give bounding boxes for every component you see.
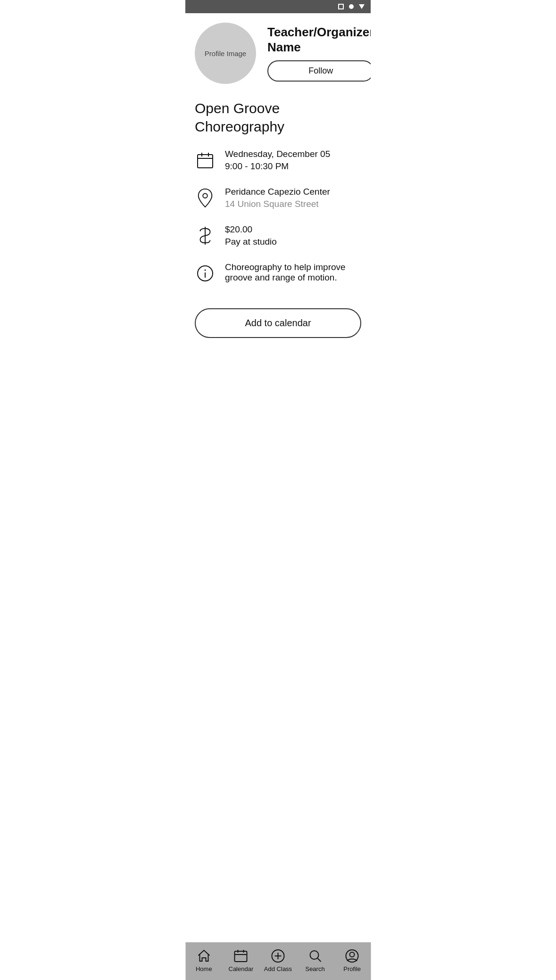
status-square-icon [338,3,344,10]
location-text: Peridance Capezio Center 14 Union Square… [225,187,330,209]
event-price: $20.00 [225,224,277,235]
add-to-calendar-button[interactable]: Add to calendar [195,308,361,338]
calendar-icon [195,150,216,171]
venue-address: 14 Union Square Street [225,199,330,209]
info-icon [195,263,216,284]
status-bar [185,0,371,13]
price-row: $20.00 Pay at studio [195,224,361,247]
event-title: Open Groove Choreography [195,99,361,136]
venue-name: Peridance Capezio Center [225,187,330,197]
datetime-row: Wednesday, December 05 9:00 - 10:30 PM [195,149,361,172]
status-circle-icon [348,3,355,10]
location-row: Peridance Capezio Center 14 Union Square… [195,187,361,209]
svg-point-4 [203,193,207,198]
event-description: Choreography to help improve groove and … [225,262,361,283]
description-text: Choreography to help improve groove and … [225,262,361,283]
svg-rect-0 [198,155,213,168]
main-content: Profile Image Teacher/Organizer Name Fol… [185,13,371,385]
payment-method: Pay at studio [225,237,277,247]
description-row: Choreography to help improve groove and … [195,262,361,284]
avatar: Profile Image [195,23,256,84]
avatar-label: Profile Image [205,49,246,58]
svg-point-8 [205,270,206,271]
status-triangle-icon [358,3,365,10]
event-date: Wednesday, December 05 [225,149,330,159]
profile-info: Teacher/Organizer Name Follow [267,25,371,81]
price-icon [195,225,216,246]
location-icon [195,188,216,208]
follow-button[interactable]: Follow [267,60,371,82]
profile-name: Teacher/Organizer Name [267,25,371,54]
event-time: 9:00 - 10:30 PM [225,161,330,172]
price-text: $20.00 Pay at studio [225,224,277,247]
profile-header: Profile Image Teacher/Organizer Name Fol… [195,23,361,84]
datetime-text: Wednesday, December 05 9:00 - 10:30 PM [225,149,330,172]
